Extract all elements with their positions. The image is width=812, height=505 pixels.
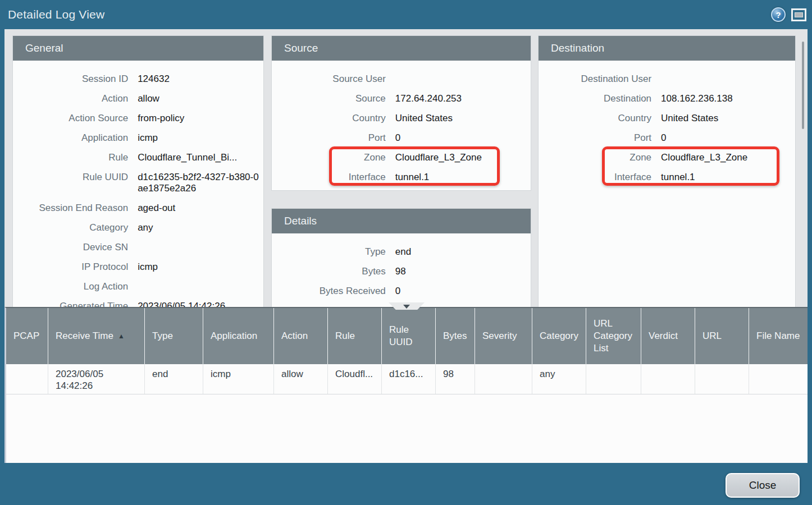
field-value: aged-out	[138, 203, 263, 214]
info-row-action-source: Action Sourcefrom-policy	[13, 109, 263, 128]
column-header-url[interactable]: URL	[695, 308, 749, 364]
column-header-label: URL	[702, 330, 722, 342]
table-cell-rule-uuid: d1c16...	[382, 364, 436, 394]
info-row-device-sn: Device SN	[13, 238, 263, 258]
maximize-icon-inner	[795, 12, 803, 17]
maximize-window-icon[interactable]	[791, 8, 806, 21]
field-value: 124632	[138, 74, 263, 85]
table-cell-receive-time: 2023/06/05 14:42:26	[48, 364, 145, 394]
sort-asc-icon: ▲	[118, 330, 125, 342]
field-value: United States	[395, 113, 531, 124]
panel-general-header: General	[13, 36, 263, 61]
column-header-type[interactable]: Type	[145, 308, 203, 364]
field-value: allow	[138, 93, 263, 104]
field-label: Country	[272, 113, 386, 124]
table-row[interactable]: 2023/06/05 14:42:26 end icmp allow Cloud…	[6, 364, 808, 394]
column-header-severity[interactable]: Severity	[475, 308, 532, 364]
column-header-bytes[interactable]: Bytes	[436, 308, 475, 364]
info-row-destination: Destination108.162.236.138	[539, 89, 795, 109]
info-row-source: Source172.64.240.253	[272, 89, 531, 109]
info-row-rule: RuleCloudflare_Tunnel_Bi...	[13, 148, 263, 168]
field-label: Port	[272, 132, 386, 144]
column-header-url-category-list[interactable]: URL Category List	[586, 308, 641, 364]
column-header-receive-time[interactable]: Receive Time▲	[48, 308, 145, 364]
field-label: IP Protocol	[13, 261, 128, 273]
table-cell-application: icmp	[203, 364, 274, 394]
chevron-down-icon	[403, 305, 410, 309]
info-row-bytes-received: Bytes Received0	[272, 282, 531, 301]
field-value	[661, 74, 795, 85]
column-header-label: Application	[211, 330, 257, 342]
info-row-destination-port: Port0	[539, 128, 795, 148]
table-cell-action: allow	[274, 364, 328, 394]
field-label: Bytes Received	[272, 286, 386, 297]
info-row-destination-user: Destination User	[539, 70, 795, 89]
table-header-row: PCAP Receive Time▲ Type Application Acti…	[6, 308, 808, 364]
panel-general: General Session ID124632 Actionallow Act…	[12, 35, 264, 307]
table-cell-pcap	[6, 364, 48, 394]
field-value: end	[395, 246, 531, 258]
field-label: Category	[13, 222, 128, 233]
panel-details: Details Typeend Bytes98 Bytes Received0	[271, 208, 531, 307]
column-header-rule-uuid[interactable]: Rule UUID	[382, 308, 436, 364]
field-value: United States	[661, 113, 795, 124]
field-label: Rule	[13, 152, 128, 163]
column-header-label: Bytes	[443, 330, 467, 342]
table-cell-type: end	[145, 364, 203, 394]
vertical-scrollbar-thumb[interactable]	[802, 42, 804, 129]
info-row-type: Typeend	[272, 242, 531, 262]
field-label: Country	[539, 113, 651, 124]
column-header-action[interactable]: Action	[274, 308, 328, 364]
column-header-label: Severity	[482, 330, 517, 342]
page-title: Detailed Log View	[8, 8, 104, 21]
column-header-application[interactable]: Application	[203, 308, 274, 364]
field-value: 98	[395, 266, 531, 277]
column-header-file-name[interactable]: File Name	[749, 308, 808, 364]
field-label: Source	[272, 93, 386, 104]
field-value: icmp	[138, 132, 263, 144]
field-label: Destination User	[539, 74, 651, 85]
column-header-label: Type	[152, 330, 173, 342]
info-row-generated-time: Generated Time2023/06/05 14:42:26	[13, 297, 263, 307]
titlebar-icons: ?	[771, 0, 806, 29]
field-label: Device SN	[13, 242, 128, 253]
column-header-label: Rule	[335, 330, 355, 342]
column-header-rule[interactable]: Rule	[328, 308, 382, 364]
info-row-category: Categoryany	[13, 218, 263, 238]
column-header-category[interactable]: Category	[532, 308, 586, 364]
field-label: Generated Time	[13, 301, 128, 307]
info-row-action: Actionallow	[13, 89, 263, 109]
table-cell-bytes: 98	[436, 364, 475, 394]
field-label: Port	[539, 132, 651, 144]
panel-details-header: Details	[272, 209, 531, 233]
help-icon[interactable]: ?	[771, 7, 786, 22]
field-value: Cloudflare_Tunnel_Bi...	[138, 152, 263, 163]
close-button[interactable]: Close	[726, 473, 800, 498]
field-value: d1c16235-b2f2-4327-b380-0ae1875e2a26	[138, 172, 263, 194]
column-header-pcap[interactable]: PCAP	[6, 308, 48, 364]
table-cell-file-name	[749, 364, 808, 394]
info-row-log-action: Log Action	[13, 277, 263, 297]
field-label: Session End Reason	[13, 203, 128, 214]
field-label: Action Source	[13, 113, 128, 124]
field-label: Type	[272, 246, 386, 258]
field-value	[138, 281, 263, 292]
field-label: Source User	[272, 74, 386, 85]
field-value: 0	[395, 286, 531, 297]
annotation-box-source-zone	[329, 146, 500, 186]
table-cell-rule: Cloudfl...	[328, 364, 382, 394]
field-label: Session ID	[13, 74, 128, 85]
column-header-label: PCAP	[13, 330, 39, 342]
field-label: Application	[13, 132, 128, 144]
log-detail-pane: General Session ID124632 Actionallow Act…	[4, 29, 808, 307]
field-label: Bytes	[272, 266, 386, 277]
panel-destination-header: Destination	[539, 36, 795, 61]
field-value: 0	[395, 132, 531, 144]
field-value: 2023/06/05 14:42:26	[138, 301, 263, 307]
table-cell-verdict	[641, 364, 695, 394]
info-row-session-end-reason: Session End Reasonaged-out	[13, 199, 263, 218]
column-header-label: File Name	[756, 330, 800, 342]
log-table: PCAP Receive Time▲ Type Application Acti…	[4, 307, 808, 463]
column-header-verdict[interactable]: Verdict	[641, 308, 695, 364]
info-row-source-port: Port0	[272, 128, 531, 148]
